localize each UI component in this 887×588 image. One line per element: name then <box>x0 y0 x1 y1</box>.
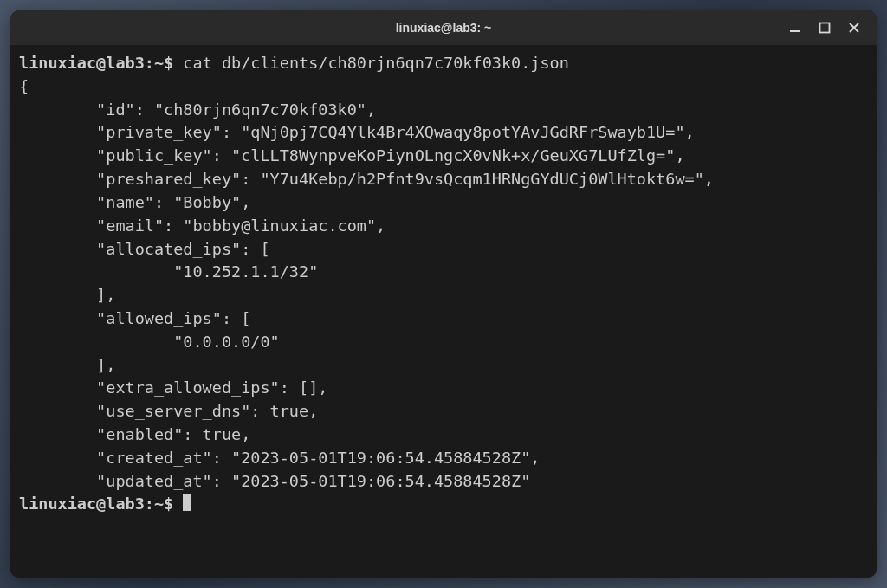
prompt-sep: : <box>145 54 154 72</box>
prompt-dollar: $ <box>164 54 173 72</box>
terminal-body[interactable]: linuxiac@lab3:~$ cat db/clients/ch80rjn6… <box>10 45 877 578</box>
prompt-path: ~ <box>154 54 164 72</box>
titlebar: linuxiac@lab3: ~ <box>10 10 877 45</box>
maximize-button[interactable] <box>818 21 832 35</box>
prompt-user-2: linuxiac@lab3 <box>19 494 145 513</box>
prompt-user: linuxiac@lab3 <box>19 54 145 72</box>
command-text: cat db/clients/ch80rjn6qn7c70kf03k0.json <box>183 54 569 72</box>
command-output: { "id": "ch80rjn6qn7c70kf03k0", "private… <box>19 75 868 494</box>
prompt-path-2: ~ <box>154 494 164 513</box>
cursor <box>183 494 191 511</box>
svg-rect-1 <box>820 23 830 33</box>
prompt-dollar-2: $ <box>164 494 173 513</box>
terminal-window: linuxiac@lab3: ~ linuxiac@lab3:~$ cat db… <box>10 10 877 578</box>
minimize-button[interactable] <box>788 21 802 35</box>
window-controls <box>788 10 870 45</box>
window-title: linuxiac@lab3: ~ <box>396 21 492 35</box>
prompt-sep-2: : <box>145 494 154 513</box>
svg-rect-0 <box>790 30 800 32</box>
close-button[interactable] <box>847 21 861 35</box>
